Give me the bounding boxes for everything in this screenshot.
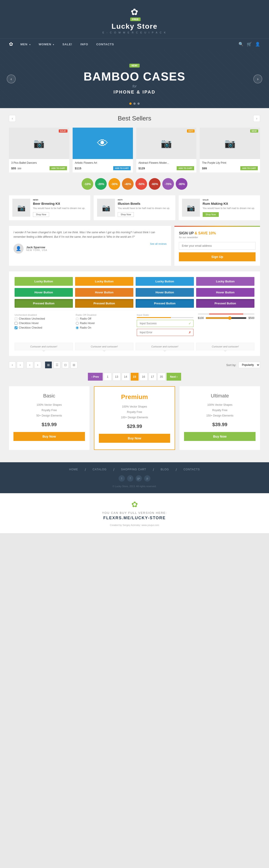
view-grid2-btn[interactable]: ⊡	[62, 362, 69, 368]
pricing-buy-premium[interactable]: Buy Now	[99, 434, 170, 443]
signup-button[interactable]: Sign Up	[179, 252, 256, 261]
checkbox-checked[interactable]: Checkbox Checked	[14, 326, 71, 329]
hover-btn-green[interactable]: Hover Button	[14, 288, 73, 297]
view-next-arrow[interactable]: ›	[17, 362, 24, 368]
radio-hover[interactable]: Radio Hover	[76, 322, 133, 325]
best-sellers-prev[interactable]: ‹	[9, 115, 16, 122]
view-list-prev[interactable]: ‹	[27, 362, 33, 368]
footer-link-cart[interactable]: SHOPPING CART	[121, 468, 146, 472]
social-facebook[interactable]: f	[127, 475, 133, 482]
product-price-3: $129	[138, 167, 145, 170]
shop-now-3[interactable]: Shop Now	[203, 212, 219, 217]
product-placeholder-2: 👁	[97, 137, 108, 150]
page-14[interactable]: 14	[122, 373, 130, 381]
see-reviews-link[interactable]: See all reviews	[150, 243, 167, 245]
shop-now-2[interactable]: Shop Now	[118, 212, 134, 217]
hover-btn-orange[interactable]: Hover Button	[75, 288, 133, 297]
discount-badge-40[interactable]: -40%	[122, 178, 134, 190]
promo-link[interactable]: FLEXRS.ME/LUCKY-STORE	[7, 516, 262, 520]
pressed-btn-green[interactable]: Pressed Button	[14, 299, 73, 308]
nav-item-sale[interactable]: SALE!	[58, 39, 76, 49]
signup-email-input[interactable]	[179, 242, 256, 250]
checkbox-unchecked[interactable]: Checkbox Hover	[14, 322, 71, 325]
footer-link-contacts[interactable]: CONTACTS	[183, 468, 200, 472]
discount-badge-70[interactable]: -70%	[162, 178, 174, 190]
pricing-buy-basic[interactable]: Buy Now	[13, 432, 85, 441]
radio-input-disabled[interactable]	[76, 317, 79, 320]
lucky-btn-orange[interactable]: Lucky Button	[75, 277, 133, 286]
radio-on[interactable]: Radio On	[76, 326, 133, 329]
page-1[interactable]: 1	[104, 373, 112, 381]
product-price-row-3: $129 ADD TO CART	[138, 166, 194, 170]
input-error[interactable]	[137, 329, 194, 336]
radio-off-disabled[interactable]: Radio Off	[76, 317, 133, 320]
page-13[interactable]: 13	[113, 373, 121, 381]
hero-prev-button[interactable]: ‹	[7, 74, 16, 84]
view-controls: ‹ › ‹ › ⊞ ☰ ⊡ ⊞ Sort by: Popularity Pric…	[9, 362, 260, 368]
lucky-btn-purple[interactable]: Lucky Button	[196, 277, 255, 286]
checkbox-unchecked-disabled[interactable]: Checkbox Unchecked	[14, 317, 71, 320]
footer-link-home[interactable]: HOME	[69, 468, 78, 472]
discount-badge-50[interactable]: -50%	[135, 178, 147, 190]
social-pinterest[interactable]: p	[144, 475, 150, 482]
checkbox-input-checked[interactable]	[14, 326, 18, 329]
discount-badge-30[interactable]: -30%	[108, 178, 120, 190]
product-info-4: The Purple Lily Print $99 ADD TO CART	[200, 159, 260, 173]
view-grid-btn[interactable]: ⊞	[45, 362, 52, 368]
add-to-cart-2[interactable]: ADD TO CART	[113, 166, 131, 170]
radio-input-hover[interactable]	[76, 322, 79, 325]
hover-btn-purple[interactable]: Hover Button	[196, 288, 255, 297]
pressed-btn-orange[interactable]: Pressed Button	[75, 299, 133, 308]
add-to-cart-4[interactable]: ADD TO CART	[240, 166, 258, 170]
view-list-btn[interactable]: ☰	[54, 362, 60, 368]
page-15[interactable]: 15	[131, 373, 138, 381]
discount-badge-20[interactable]: -20%	[95, 178, 107, 190]
pagination-next[interactable]: Next ›	[167, 373, 181, 381]
logo-icon: ✿	[0, 7, 269, 17]
search-icon[interactable]: 🔍	[238, 42, 243, 46]
best-sellers-next[interactable]: ›	[253, 115, 260, 122]
page-17[interactable]: 17	[148, 373, 157, 381]
best-sellers-header: ‹ Best Sellers ›	[9, 115, 260, 122]
pressed-btn-blue[interactable]: Pressed Button	[136, 299, 194, 308]
add-to-cart-1[interactable]: ADD TO CART	[49, 166, 67, 170]
page-35[interactable]: 35	[158, 373, 165, 381]
hero-dot-2[interactable]	[133, 102, 136, 105]
pricing-buy-ultimate[interactable]: Buy Now	[184, 432, 256, 441]
discount-badge-10[interactable]: -10%	[81, 178, 93, 190]
nav-item-contacts[interactable]: CONTACTS	[92, 39, 118, 49]
nav-item-women[interactable]: WOMEN ▾	[35, 39, 59, 49]
social-google[interactable]: g+	[136, 475, 142, 482]
sort-select[interactable]: Popularity Price Name Date	[238, 362, 260, 368]
add-to-cart-3[interactable]: ADD TO CART	[177, 166, 194, 170]
pressed-btn-purple[interactable]: Pressed Button	[196, 299, 255, 308]
page-16[interactable]: 16	[140, 373, 147, 381]
nav-item-men[interactable]: MEN ▾	[16, 39, 35, 49]
price-range-slider[interactable]	[206, 316, 246, 320]
checkbox-input-unchecked[interactable]	[14, 322, 18, 325]
discount-badge-80[interactable]: -80%	[176, 178, 188, 190]
discount-badge-60[interactable]: -60%	[149, 178, 161, 190]
shop-now-1[interactable]: Shop Now	[33, 212, 49, 217]
featured-image-3: 📷	[182, 199, 200, 217]
footer-link-blog[interactable]: BLOG	[161, 468, 169, 472]
footer-link-catalog[interactable]: CATALOG	[93, 468, 107, 472]
social-twitter[interactable]: t	[119, 475, 125, 482]
radio-input-on[interactable]	[76, 326, 79, 329]
view-grid3-btn[interactable]: ⊞	[71, 362, 77, 368]
hover-btn-blue[interactable]: Hover Button	[136, 288, 194, 297]
pagination-prev[interactable]: ‹ Prev	[88, 373, 102, 381]
lucky-btn-blue[interactable]: Lucky Button	[136, 277, 194, 286]
cart-icon[interactable]: 🛒	[247, 42, 252, 46]
checkbox-input-disabled[interactable]	[14, 317, 18, 320]
hero-dot-3[interactable]	[137, 102, 140, 105]
view-list-next[interactable]: ›	[34, 362, 41, 368]
input-success[interactable]	[137, 320, 194, 327]
site-footer: HOME / CATALOG / SHOPPING CART / BLOG / …	[0, 462, 269, 493]
hero-next-button[interactable]: ›	[253, 74, 262, 84]
hero-dot-1[interactable]	[129, 102, 132, 105]
view-prev-arrow[interactable]: ‹	[9, 362, 16, 368]
lucky-btn-green[interactable]: Lucky Button	[14, 277, 73, 286]
nav-item-info[interactable]: INFO	[76, 39, 92, 49]
account-icon[interactable]: 👤	[255, 42, 260, 46]
